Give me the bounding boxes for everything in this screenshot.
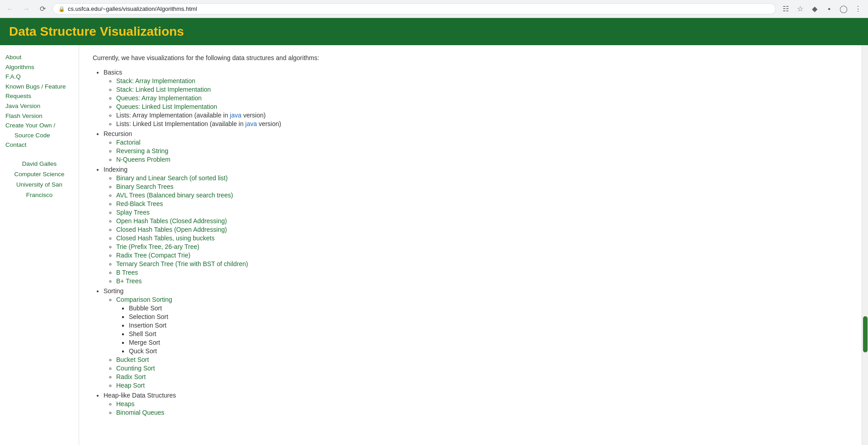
merge-sort-label: Merge Sort bbox=[129, 339, 160, 346]
back-button[interactable]: ← bbox=[4, 3, 16, 15]
ternary-link[interactable]: Ternary Search Tree (Trie with BST of ch… bbox=[116, 260, 248, 267]
sidebar-item-create[interactable]: Create Your Own / bbox=[5, 121, 73, 131]
comparison-sorting-link[interactable]: Comparison Sorting bbox=[116, 296, 172, 303]
list-item: Reversing a String bbox=[116, 147, 848, 155]
reload-button[interactable]: ⟳ bbox=[36, 3, 49, 15]
heap-items: Heaps Binomial Queues bbox=[104, 400, 848, 416]
factorial-link[interactable]: Factorial bbox=[116, 139, 141, 146]
section-indexing: Indexing Binary and Linear Search (of so… bbox=[104, 166, 848, 285]
list-item: Binary Search Trees bbox=[116, 183, 848, 190]
queue-linked-link[interactable]: Queues: Linked List Implementation bbox=[116, 103, 217, 110]
list-item: Quck Sort bbox=[129, 347, 848, 355]
bucket-sort-link[interactable]: Bucket Sort bbox=[116, 356, 149, 363]
radix-tree-link[interactable]: Radix Tree (Compact Trie) bbox=[116, 252, 190, 259]
comparison-subitems: Bubble Sort Selection Sort Insertion Sor… bbox=[116, 304, 848, 355]
binomial-queues-link[interactable]: Binomial Queues bbox=[116, 409, 165, 416]
btrees-link[interactable]: B Trees bbox=[116, 269, 138, 276]
bookmark-button[interactable]: ☆ bbox=[794, 3, 807, 15]
sidebar-item-about[interactable]: About bbox=[5, 52, 73, 62]
section-sorting: Sorting Comparison Sorting Bubble Sort S… bbox=[104, 287, 848, 389]
redblack-link[interactable]: Red-Black Trees bbox=[116, 200, 163, 207]
list-linked-suffix: version) bbox=[257, 120, 281, 127]
splay-link[interactable]: Splay Trees bbox=[116, 209, 150, 216]
tab-grid-button[interactable]: ☷ bbox=[779, 3, 792, 15]
extension1-button[interactable]: ◆ bbox=[808, 3, 821, 15]
list-item: Merge Sort bbox=[129, 339, 848, 346]
address-bar[interactable]: 🔒 cs.usfca.edu/~galles/visualization/Alg… bbox=[52, 3, 776, 14]
avl-link[interactable]: AVL Trees (Balanced binary search trees) bbox=[116, 192, 233, 199]
stack-array-link[interactable]: Stack: Array Implementation bbox=[116, 77, 195, 84]
list-item: Stack: Linked List Implementation bbox=[116, 86, 848, 93]
list-item: Stack: Array Implementation bbox=[116, 77, 848, 84]
sidebar: About Algorithms F.A.Q Known Bugs / Feat… bbox=[0, 45, 79, 445]
radix-sort-link[interactable]: Radix Sort bbox=[116, 373, 146, 380]
url-text: cs.usfca.edu/~galles/visualization/Algor… bbox=[68, 5, 770, 12]
binary-linear-search-link[interactable]: Binary and Linear Search (of sorted list… bbox=[116, 174, 228, 182]
author-info: David Galles Computer Science University… bbox=[5, 159, 73, 201]
menu-button[interactable]: ⋮ bbox=[852, 3, 864, 15]
list-item: Bucket Sort bbox=[116, 356, 848, 363]
open-hash-link[interactable]: Open Hash Tables (Closed Addressing) bbox=[116, 217, 227, 225]
sidebar-item-bugs[interactable]: Known Bugs / Feature Requests bbox=[5, 82, 73, 101]
extension2-button[interactable]: ▪ bbox=[823, 3, 835, 15]
nqueens-link[interactable]: N-Queens Problem bbox=[116, 156, 170, 163]
list-item: N-Queens Problem bbox=[116, 156, 848, 163]
quick-sort-label: Quck Sort bbox=[129, 347, 157, 355]
list-item: Trie (Prefix Tree, 26-ary Tree) bbox=[116, 243, 848, 250]
list-item: Radix Tree (Compact Trie) bbox=[116, 252, 848, 259]
sidebar-item-source[interactable]: Source Code bbox=[5, 131, 73, 141]
site-header: Data Structure Visualizations bbox=[0, 18, 868, 45]
recursion-items: Factorial Reversing a String N-Queens Pr… bbox=[104, 139, 848, 163]
trie-link[interactable]: Trie (Prefix Tree, 26-ary Tree) bbox=[116, 243, 199, 250]
bplus-trees-link[interactable]: B+ Trees bbox=[116, 277, 142, 285]
list-item: Ternary Search Tree (Trie with BST of ch… bbox=[116, 260, 848, 267]
sidebar-item-java[interactable]: Java Version bbox=[5, 101, 73, 111]
browser-chrome: ← → ⟳ 🔒 cs.usfca.edu/~galles/visualizati… bbox=[0, 0, 868, 18]
author-name[interactable]: David Galles bbox=[5, 159, 73, 169]
bst-link[interactable]: Binary Search Trees bbox=[116, 183, 174, 190]
list-item: Shell Sort bbox=[129, 330, 848, 337]
list-linked-text: Lists: Linked List Implementation (avail… bbox=[116, 120, 245, 127]
sidebar-item-flash[interactable]: Flash Version bbox=[5, 111, 73, 121]
list-item: B Trees bbox=[116, 269, 848, 276]
list-item: Heap Sort bbox=[116, 382, 848, 389]
list-item: Insertion Sort bbox=[129, 322, 848, 329]
list-array-suffix: version) bbox=[241, 112, 266, 119]
reversing-string-link[interactable]: Reversing a String bbox=[116, 147, 168, 155]
list-item: Splay Trees bbox=[116, 209, 848, 216]
lock-icon: 🔒 bbox=[58, 6, 65, 12]
author-dept[interactable]: Computer Science bbox=[5, 169, 73, 180]
bubble-sort-label: Bubble Sort bbox=[129, 304, 162, 312]
list-item: AVL Trees (Balanced binary search trees) bbox=[116, 192, 848, 199]
section-heap-label: Heap-like Data Structures bbox=[104, 392, 176, 399]
forward-button[interactable]: → bbox=[20, 3, 33, 15]
java-link-1[interactable]: java bbox=[230, 112, 241, 119]
list-item: Counting Sort bbox=[116, 365, 848, 372]
closed-hash-buckets-link[interactable]: Closed Hash Tables, using buckets bbox=[116, 234, 215, 242]
queue-array-link[interactable]: Queues: Array Implementation bbox=[116, 94, 202, 102]
stack-linked-link[interactable]: Stack: Linked List Implementation bbox=[116, 86, 211, 93]
sidebar-item-faq[interactable]: F.A.Q bbox=[5, 72, 73, 82]
intro-text: Currently, we have visualizations for th… bbox=[93, 54, 848, 61]
list-item: Queues: Array Implementation bbox=[116, 94, 848, 102]
heaps-link[interactable]: Heaps bbox=[116, 400, 134, 408]
section-basics-label: Basics bbox=[104, 69, 122, 76]
section-indexing-label: Indexing bbox=[104, 166, 127, 173]
profile-button[interactable]: ◯ bbox=[837, 3, 850, 15]
scrollbar-thumb[interactable] bbox=[863, 316, 868, 352]
list-item: Bubble Sort bbox=[129, 304, 848, 312]
sidebar-item-algorithms[interactable]: Algorithms bbox=[5, 62, 73, 72]
closed-hash-link[interactable]: Closed Hash Tables (Open Addressing) bbox=[116, 226, 227, 233]
heap-sort-link[interactable]: Heap Sort bbox=[116, 382, 145, 389]
list-item: Open Hash Tables (Closed Addressing) bbox=[116, 217, 848, 225]
scrollbar[interactable] bbox=[862, 45, 868, 445]
list-item: Closed Hash Tables (Open Addressing) bbox=[116, 226, 848, 233]
list-array-text: Lists: Array Implementation (available i… bbox=[116, 112, 230, 119]
main-content: Currently, we have visualizations for th… bbox=[79, 45, 862, 445]
basics-items: Stack: Array Implementation Stack: Linke… bbox=[104, 77, 848, 127]
sidebar-item-contact[interactable]: Contact bbox=[5, 140, 73, 150]
counting-sort-link[interactable]: Counting Sort bbox=[116, 365, 155, 372]
author-univ1[interactable]: University of San bbox=[5, 180, 73, 190]
author-univ2[interactable]: Francisco bbox=[5, 190, 73, 201]
java-link-2[interactable]: java bbox=[245, 120, 257, 127]
